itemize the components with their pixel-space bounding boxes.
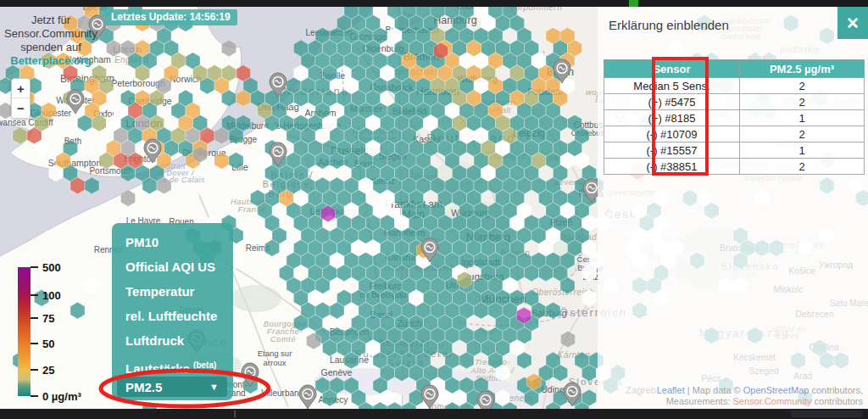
pm25-value-cell: 2 xyxy=(740,126,865,142)
chevron-down-icon: ▼ xyxy=(209,382,219,392)
top-bar-green-indicator xyxy=(629,0,638,7)
bottom-bar-tick xyxy=(234,411,236,417)
attribution-link[interactable]: Leaflet xyxy=(657,385,685,395)
layer-item-luftdruck[interactable]: Luftdruck xyxy=(112,328,233,353)
attribution-text: contributors, xyxy=(809,385,863,395)
top-window-bar xyxy=(0,0,868,7)
attribution-link[interactable]: OpenStreetMap xyxy=(743,385,810,395)
layer-item-official-aqi-us[interactable]: Official AQI US xyxy=(112,254,233,279)
zoom-out-button[interactable]: − xyxy=(12,98,30,118)
map-label: arroux xyxy=(264,358,287,367)
donation-line: Sensor.Community xyxy=(0,27,102,41)
table-row: (-) #107092 xyxy=(604,126,865,142)
donation-line: spenden auf xyxy=(0,41,102,54)
pm25-value-cell: 1 xyxy=(740,110,865,126)
legend-tick xyxy=(31,343,38,344)
legend-gradient-bar xyxy=(18,267,31,396)
attribution-link[interactable]: Sensor.Community xyxy=(733,396,812,406)
pm25-value-cell: 1 xyxy=(740,142,865,159)
close-panel-button[interactable]: ✕ xyxy=(837,7,868,39)
legend-tick-label: 50 xyxy=(42,337,54,349)
pm25-value-cell: 2 xyxy=(740,159,865,175)
legend-tick xyxy=(31,369,38,371)
selected-layer-label: PM2.5 xyxy=(125,380,162,394)
map-label: Etang sur xyxy=(258,349,292,358)
table-row: (+) #54752 xyxy=(604,94,865,110)
legend-tick-label: 25 xyxy=(42,363,54,376)
sensor-table: Sensor PM2.5 µg/m³ Median 5 Sens.2(+) #5… xyxy=(604,59,865,175)
legend-tick-label: 100 xyxy=(42,288,61,301)
legend-tick xyxy=(31,395,38,397)
bottom-bar-strip xyxy=(791,411,862,417)
layer-item-temperatur[interactable]: Temperatur xyxy=(112,279,233,304)
betterplace-link[interactable]: Betterplace.org xyxy=(0,54,102,68)
map-zoom-control: + − xyxy=(11,78,31,119)
zoom-in-button[interactable]: + xyxy=(12,79,30,98)
pm25-value-cell: 2 xyxy=(740,78,865,94)
close-icon: ✕ xyxy=(846,14,860,33)
layer-item-pm10[interactable]: PM10 xyxy=(112,230,233,254)
annotation-rect-sensor-column xyxy=(652,57,709,176)
map-label: Comté xyxy=(270,334,296,344)
legend-tick-label: 75 xyxy=(42,312,54,325)
layer-item-rel-luftfeuchte[interactable]: rel. Luftfeuchte xyxy=(112,304,233,328)
table-row: (-) #155571 xyxy=(604,142,865,159)
table-row: (+) #81851 xyxy=(604,110,865,126)
last-update-badge: Letztes Update: 14:56:19 xyxy=(104,9,237,25)
toggle-explanation-link[interactable]: Erklärung einblenden xyxy=(609,18,729,32)
color-scale-legend: 5001007550250 µg/m³ xyxy=(18,267,115,396)
legend-tick xyxy=(31,317,38,319)
attribution-text: contributors xyxy=(811,396,863,406)
bottom-window-bar xyxy=(0,409,868,419)
table-row: Median 5 Sens.2 xyxy=(604,78,865,94)
donation-line: Jetzt für xyxy=(0,14,102,27)
legend-tick xyxy=(31,294,38,296)
table-header-pm25: PM2.5 µg/m³ xyxy=(740,60,865,78)
map-label: Genève xyxy=(321,367,353,377)
layer-menu: PM10Official AQI USTemperaturrel. Luftfe… xyxy=(112,223,233,400)
table-row: (-) #388512 xyxy=(604,159,865,175)
layer-item-lautstaerke[interactable]: Lautstärke (beta) xyxy=(112,353,233,377)
attribution-text: Measurements: xyxy=(666,396,733,406)
layer-select-dropdown[interactable]: PM2.5 ▼ xyxy=(117,377,227,397)
pm25-value-cell: 2 xyxy=(740,94,865,110)
legend-tick xyxy=(31,266,38,268)
map-label: Swansea xyxy=(0,118,26,127)
legend-tick-label: 500 xyxy=(42,261,61,274)
donation-note: Jetzt für Sensor.Community spenden auf B… xyxy=(0,14,102,68)
attribution-text: | Map data © xyxy=(685,385,743,395)
map-attribution: Leaflet | Map data © OpenStreetMap contr… xyxy=(657,385,863,407)
legend-tick-label: 0 µg/m³ xyxy=(42,390,81,403)
app-window: LeedsHullLincolnNottinghamEnglandBirming… xyxy=(0,0,868,419)
